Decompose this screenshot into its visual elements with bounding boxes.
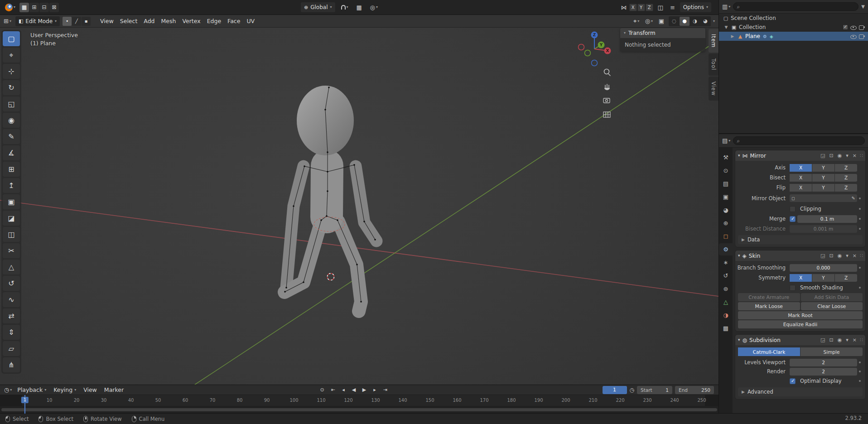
toolbar-tool[interactable]: ↻ xyxy=(3,80,20,95)
transport-button[interactable]: ⇤ xyxy=(328,386,338,394)
outliner-row-scene-collection[interactable]: ▢ Scene Collection xyxy=(719,14,868,23)
data-subpanel-header[interactable]: ▶ Data xyxy=(738,235,863,244)
properties-tab[interactable]: ▤ xyxy=(719,178,733,190)
toolbar-tool[interactable]: ▢ xyxy=(3,31,20,46)
outliner-search-input[interactable] xyxy=(742,4,855,10)
menu-item[interactable]: UV xyxy=(243,16,258,26)
timeline-menu-item[interactable]: Playback▾ xyxy=(14,385,49,395)
axis-toggle[interactable]: Y xyxy=(812,174,834,182)
clear-loose-button[interactable]: Clear Loose xyxy=(801,302,863,310)
properties-search-input[interactable] xyxy=(742,138,861,144)
disable-in-renders-camera-icon[interactable] xyxy=(858,24,865,30)
shading-mode-button[interactable]: ◌ xyxy=(669,17,679,26)
transport-button[interactable]: ▶ xyxy=(359,386,369,394)
blender-menu-button[interactable]: ▾ xyxy=(4,2,17,12)
close-icon[interactable]: × xyxy=(852,253,858,259)
toolbar-tool[interactable]: ◫ xyxy=(3,227,20,242)
optimal-display-checkbox[interactable] xyxy=(790,378,796,384)
bisect-distance-field[interactable]: 0.001 m xyxy=(790,225,857,233)
toolbar-tool[interactable]: ▣ xyxy=(3,194,20,209)
smooth-shading-checkbox[interactable] xyxy=(790,285,796,291)
render-display-icon[interactable]: ◉ xyxy=(837,337,843,343)
options-dropdown[interactable]: Options ▾ xyxy=(680,2,711,12)
xray-toggle-button[interactable]: ▣ xyxy=(656,16,666,26)
auto-keying-button[interactable]: ⊙ xyxy=(317,386,327,394)
timeline-menu-item[interactable]: View▾ xyxy=(80,385,100,395)
branch-smoothing-field[interactable]: 0.000 xyxy=(790,264,857,272)
properties-tab[interactable]: ▩ xyxy=(719,322,733,334)
snap-individual-button[interactable]: ◫ xyxy=(656,2,665,12)
collapse-icon[interactable]: ▾ xyxy=(738,338,740,342)
select-mode-button[interactable]: ⊟ xyxy=(39,3,49,12)
hide-in-viewport-eye-icon[interactable] xyxy=(850,24,857,30)
modifier-name[interactable]: Mirror xyxy=(750,153,817,159)
close-icon[interactable]: × xyxy=(852,153,858,159)
axis-toggle[interactable]: Z xyxy=(835,184,857,192)
mode-dropdown[interactable]: ◧ Edit Mode ▾ xyxy=(15,16,60,26)
skin-panel-header[interactable]: ▾ ◈ Skin ◲ ⊡ ◉ ▾ × ∷ xyxy=(735,251,865,261)
algorithm-toggle[interactable]: Simple xyxy=(800,347,863,356)
edit-mode-display-icon[interactable]: ◲ xyxy=(820,153,826,159)
toolbar-tool[interactable]: ⊹ xyxy=(3,64,20,79)
current-frame-field[interactable]: 1 xyxy=(603,386,627,394)
axis-toggle[interactable]: X xyxy=(790,274,812,282)
playhead-frame-badge[interactable]: 1 xyxy=(21,397,29,403)
perspective-grid-icon[interactable] xyxy=(603,112,610,117)
toolbar-tool[interactable]: ◉ xyxy=(3,113,20,128)
snap-target-button[interactable]: ▦ xyxy=(354,2,364,12)
timeline-scrollbar[interactable] xyxy=(1,408,717,411)
realtime-display-icon[interactable]: ⊡ xyxy=(828,337,834,343)
collapse-icon[interactable]: ▼ xyxy=(723,25,729,29)
expand-icon[interactable]: ▶ xyxy=(730,34,735,39)
sidebar-tab[interactable]: View xyxy=(709,77,719,101)
menu-item[interactable]: Edge xyxy=(204,16,224,26)
drag-grip-icon[interactable]: ∷ xyxy=(860,153,863,159)
menu-item[interactable]: Add xyxy=(140,16,158,26)
editor-type-button[interactable]: ⊞ ▾ xyxy=(2,16,13,26)
snap-toggle-button[interactable]: ▾ xyxy=(340,2,350,12)
collapse-icon[interactable]: ▾ xyxy=(738,254,740,258)
properties-tab[interactable]: △ xyxy=(719,296,733,308)
shading-mode-button[interactable]: ◕ xyxy=(700,17,710,26)
toolbar-tool[interactable]: ∿ xyxy=(3,292,20,307)
mirror-panel-header[interactable]: ▾ ⋈ Mirror ◲ ⊡ ◉ ▾ × ∷ xyxy=(735,150,865,161)
axis-toggle[interactable]: Z xyxy=(835,164,857,172)
show-gizmos-button[interactable]: ⌖▾ xyxy=(632,16,641,26)
toolbar-tool[interactable]: ◱ xyxy=(3,96,20,111)
toolbar-tool[interactable]: ✂ xyxy=(3,243,20,258)
proportional-editing-button[interactable]: ◎ ▾ xyxy=(369,2,379,12)
levels-viewport-field[interactable]: 2 xyxy=(790,359,857,366)
drag-grip-icon[interactable]: ∷ xyxy=(860,337,863,343)
modifier-name[interactable]: Skin xyxy=(749,253,817,259)
clipping-checkbox[interactable] xyxy=(790,206,796,212)
mirror-axis-toggle[interactable]: Z xyxy=(646,4,653,11)
toolbar-tool[interactable]: ∡ xyxy=(3,145,20,160)
navigation-gizmo[interactable]: Z Y X xyxy=(579,32,611,66)
select-mode-button[interactable]: ⊞ xyxy=(29,3,39,12)
properties-tab[interactable]: ↺ xyxy=(719,270,733,282)
mesh-select-mode-button[interactable]: ▪ xyxy=(82,17,91,26)
sidebar-tab[interactable]: Item xyxy=(709,29,719,53)
realtime-display-icon[interactable]: ⊡ xyxy=(828,153,834,159)
properties-editor-icon[interactable]: ▤ ▾ xyxy=(722,137,730,144)
mark-loose-button[interactable]: Mark Loose xyxy=(738,302,800,310)
axis-toggle[interactable]: X xyxy=(790,174,812,182)
collection-checkbox[interactable] xyxy=(843,24,848,30)
outliner-editor-icon[interactable]: ▥ ▾ xyxy=(722,3,730,10)
mirror-axis-toggle[interactable]: X xyxy=(629,4,637,11)
toolbar-tool[interactable]: ⌖ xyxy=(3,48,20,63)
axis-toggle[interactable]: Y xyxy=(812,274,834,282)
axis-toggle[interactable]: Y xyxy=(812,184,834,192)
timeline-menu-item[interactable]: Marker▾ xyxy=(101,385,127,395)
sidebar-tab[interactable]: Tool xyxy=(709,53,719,75)
properties-tab[interactable]: ◑ xyxy=(719,309,733,321)
properties-tab[interactable]: ⊚ xyxy=(719,283,733,295)
advanced-subpanel-header[interactable]: ▶ Advanced xyxy=(738,387,863,396)
modifier-name[interactable]: Subdivision xyxy=(749,337,817,343)
menu-item[interactable]: Select xyxy=(117,16,141,26)
equalize-radii-button[interactable]: Equalize Radii xyxy=(738,320,863,328)
toolbar-tool[interactable]: ◪ xyxy=(3,211,20,226)
show-overlays-button[interactable]: ◎▾ xyxy=(644,16,654,26)
subdivision-panel-header[interactable]: ▾ ◍ Subdivision ◲ ⊡ ◉ ▾ × ∷ xyxy=(735,335,865,345)
menu-item[interactable]: Face xyxy=(224,16,243,26)
